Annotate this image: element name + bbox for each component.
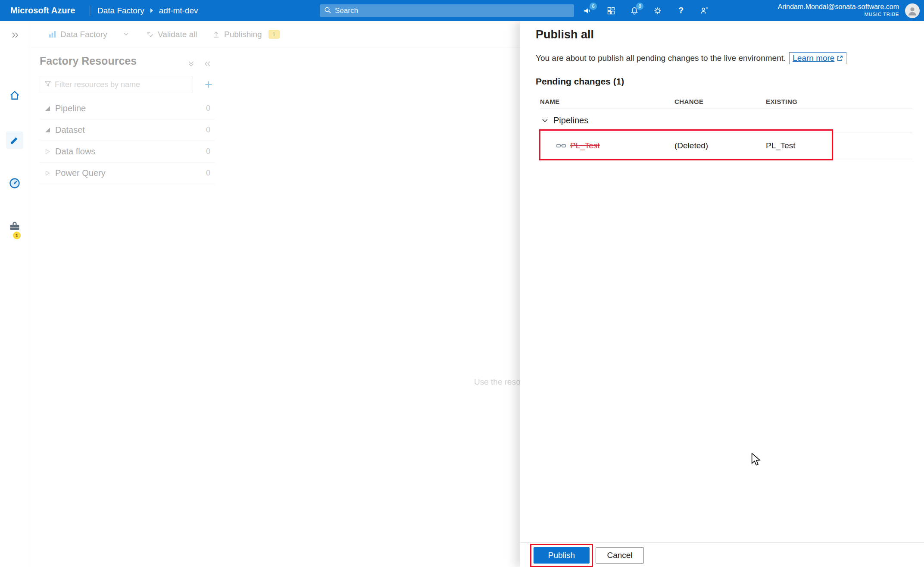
column-header-name: NAME [540,98,674,105]
pipeline-icon [556,142,566,149]
manage-badge: 1 [13,232,21,239]
pending-changes-table: NAME CHANGE EXISTING Pipelines PL_Test (… [540,94,912,159]
learn-more-link[interactable]: Learn more [793,53,834,63]
table-row[interactable]: PL_Test (Deleted) PL_Test [540,132,912,159]
learn-more-box: Learn more [789,52,846,64]
breadcrumb-adf-mt-dev[interactable]: adf-mt-dev [159,6,198,16]
publish-button[interactable]: Publish [534,547,590,564]
account-directory: MUSIC TRIBE [778,11,899,18]
breadcrumb: Data Factory adf-mt-dev [97,0,198,21]
column-header-change: CHANGE [674,98,766,105]
pipelines-group-row[interactable]: Pipelines [540,109,912,132]
screen: Microsoft Azure Data Factory adf-mt-dev … [0,0,924,567]
modal-dim-overlay [29,21,520,567]
pending-name-cell: PL_Test [540,141,674,150]
feedback-button[interactable] [699,6,709,16]
workspace: Data Factory Validate all Publishing 1 F… [29,21,520,567]
breadcrumb-data-factory[interactable]: Data Factory [97,6,144,16]
external-link-icon [837,55,843,62]
azure-topbar: Microsoft Azure Data Factory adf-mt-dev … [0,0,924,21]
settings-button[interactable] [652,6,663,16]
home-nav-button[interactable] [6,87,23,104]
pipelines-group-label: Pipelines [553,116,588,125]
pending-item-existing: PL_Test [766,141,912,150]
notifications-badge: 8 [636,3,643,10]
pending-changes-title: Pending changes (1) [536,76,624,87]
cancel-button[interactable]: Cancel [596,547,644,564]
search-icon [324,6,331,16]
avatar[interactable] [905,3,920,18]
monitor-nav-button[interactable] [6,175,23,192]
topbar-divider [90,6,90,16]
search-input[interactable] [335,6,570,15]
topbar-search[interactable] [320,4,574,17]
table-header-row: NAME CHANGE EXISTING [540,94,912,109]
expand-rail-button[interactable] [6,26,23,44]
author-nav-button[interactable] [6,132,23,149]
panel-footer-divider [520,542,924,543]
account-email: Arindam.Mondal@sonata-software.com [778,3,899,11]
panel-description: You are about to publish all pending cha… [536,52,846,64]
resource-grid-button[interactable] [606,6,616,16]
topbar-icons: 6 8 ? [583,0,709,21]
panel-description-text: You are about to publish all pending cha… [536,53,786,63]
help-button[interactable]: ? [676,6,686,16]
column-header-existing: EXISTING [766,98,912,105]
announcements-button[interactable]: 6 [583,6,593,16]
left-rail: 1 [0,21,29,567]
chevron-down-icon [542,118,548,123]
announcements-badge: 6 [590,3,597,10]
pending-item-change: (Deleted) [674,141,766,150]
help-icon: ? [678,6,684,16]
breadcrumb-arrow-icon [150,6,154,16]
notifications-button[interactable]: 8 [629,6,640,16]
account-info[interactable]: Arindam.Mondal@sonata-software.com MUSIC… [778,3,899,18]
pending-item-name: PL_Test [570,141,600,150]
publish-all-panel: Publish all You are about to publish all… [520,21,924,567]
azure-brand[interactable]: Microsoft Azure [10,0,75,21]
panel-title: Publish all [536,28,594,41]
